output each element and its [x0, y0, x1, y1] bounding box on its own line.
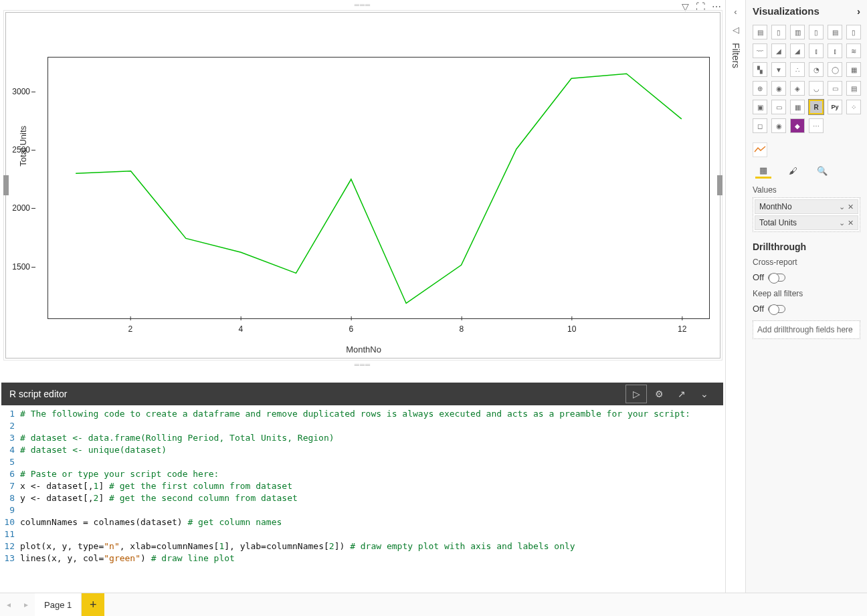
visualizations-panel: Visualizations › ▤ ▯ ▥ ▯ ▤ ▯ 〰 ◢ ◢ ⫿ ⫿ ≋…: [746, 0, 867, 593]
gauge-icon[interactable]: ◡: [809, 81, 824, 96]
report-canvas-area: ═══ ▽ ⛶ ⋯ Total Units MonthNo 1500200025…: [0, 0, 726, 593]
filters-label: Filters: [731, 43, 741, 68]
visualizations-title: Visualizations: [753, 5, 820, 17]
page-tab[interactable]: Page 1: [35, 593, 82, 617]
add-page-button[interactable]: +: [82, 593, 104, 617]
card-icon[interactable]: ▭: [828, 81, 842, 96]
bottom-grip[interactable]: ═══: [355, 361, 371, 369]
fields-tab[interactable]: ▦: [755, 164, 771, 179]
expand-filters-icon[interactable]: ‹: [734, 7, 737, 17]
kpi-icon[interactable]: ▣: [753, 100, 767, 114]
page-navigation-bar: ◂ ▸ Page 1 +: [0, 593, 867, 616]
pie-icon[interactable]: ◔: [809, 62, 824, 77]
ribbon-chart-icon[interactable]: ≋: [846, 43, 861, 58]
drillthrough-drop-area[interactable]: Add drillthrough fields here: [753, 320, 860, 339]
chevron-down-icon[interactable]: ⌄: [839, 203, 845, 211]
next-page-icon[interactable]: ▸: [17, 600, 35, 609]
line-stacked-column-icon[interactable]: ⫿: [809, 43, 824, 58]
visualization-type-grid: ▤ ▯ ▥ ▯ ▤ ▯ 〰 ◢ ◢ ⫿ ⫿ ≋ ▚ ▼ ∴ ◔ ◯ ▦ ⊕ ◉ …: [753, 25, 860, 133]
drillthrough-header: Drillthrough: [753, 241, 860, 252]
popout-script-button[interactable]: ↗: [671, 385, 692, 403]
resize-handle-right[interactable]: [717, 175, 722, 195]
selected-visual-indicator: [753, 142, 860, 157]
qa-visual-icon[interactable]: ◉: [771, 118, 786, 133]
analytics-tab[interactable]: 🔍: [814, 164, 830, 179]
run-script-button[interactable]: ▷: [625, 385, 647, 403]
python-visual-icon[interactable]: Py: [828, 100, 842, 114]
slicer-icon[interactable]: ▭: [771, 100, 786, 114]
x-axis-label: MonthNo: [6, 344, 721, 354]
100pct-bar-icon[interactable]: ▤: [828, 25, 842, 39]
clustered-bar-icon[interactable]: ▥: [790, 25, 805, 39]
r-script-code-area[interactable]: 1# The following code to create a datafr…: [1, 405, 723, 585]
pane-tabs: ▦ 🖌 🔍: [753, 164, 860, 179]
field-pill-label: MonthNo: [759, 202, 792, 211]
r-visual-frame[interactable]: Total Units MonthNo 1500200025003000 246…: [5, 12, 720, 358]
top-grip[interactable]: ═══: [355, 1, 371, 9]
clustered-column-icon[interactable]: ▯: [809, 25, 824, 39]
decomposition-tree-icon[interactable]: ◻: [753, 118, 767, 133]
chart-plot-area: [47, 57, 710, 319]
stacked-column-icon[interactable]: ▯: [771, 25, 786, 39]
cross-report-label: Cross-report: [753, 258, 860, 267]
visual-header-toolbar: ▽ ⛶ ⋯: [682, 1, 721, 12]
toggle-state: Off: [753, 304, 764, 314]
table-icon[interactable]: ▦: [790, 100, 805, 114]
toggle-state: Off: [753, 272, 764, 282]
prev-page-icon[interactable]: ◂: [0, 600, 17, 609]
import-visual-icon[interactable]: ⋯: [809, 118, 824, 133]
values-section-label: Values: [753, 185, 860, 195]
line-clustered-column-icon[interactable]: ⫿: [828, 43, 842, 58]
eraser-icon[interactable]: ◁: [733, 25, 739, 35]
key-influencers-icon[interactable]: ⁘: [846, 100, 861, 114]
resize-handle-left[interactable]: [3, 175, 9, 195]
100pct-column-icon[interactable]: ▯: [846, 25, 861, 39]
script-options-button[interactable]: ⚙: [648, 385, 670, 403]
remove-field-icon[interactable]: ✕: [848, 219, 854, 227]
scatter-icon[interactable]: ∴: [790, 62, 805, 77]
line-chart-icon[interactable]: 〰: [753, 43, 767, 58]
keep-filters-label: Keep all filters: [753, 289, 860, 298]
area-chart-icon[interactable]: ◢: [771, 43, 786, 58]
field-pill-label: Total Units: [759, 218, 797, 227]
stacked-bar-icon[interactable]: ▤: [753, 25, 767, 39]
funnel-icon[interactable]: ▼: [771, 62, 786, 77]
r-script-editor-header: R script editor ▷ ⚙ ↗ ⌄: [1, 383, 723, 405]
waterfall-icon[interactable]: ▚: [753, 62, 767, 77]
script-editor-title: R script editor: [9, 389, 625, 399]
line-series: [48, 58, 709, 318]
format-tab[interactable]: 🖌: [785, 164, 801, 179]
filled-map-icon[interactable]: ◉: [771, 81, 786, 96]
collapse-viz-panel-icon[interactable]: ›: [857, 5, 860, 17]
map-icon[interactable]: ⊕: [753, 81, 767, 96]
shape-map-icon[interactable]: ◈: [790, 81, 805, 96]
cross-report-toggle[interactable]: Off: [753, 272, 785, 282]
filters-collapsed-rail[interactable]: ‹ ◁ Filters: [726, 0, 746, 593]
field-pill-monthno[interactable]: MonthNo ⌄✕: [755, 199, 858, 214]
line-mini-icon: [753, 142, 767, 157]
values-field-well[interactable]: MonthNo ⌄✕ Total Units ⌄✕: [753, 197, 860, 232]
keep-filters-toggle[interactable]: Off: [753, 304, 785, 314]
remove-field-icon[interactable]: ✕: [848, 203, 854, 211]
stacked-area-icon[interactable]: ◢: [790, 43, 805, 58]
r-visual-icon[interactable]: R: [809, 100, 824, 114]
donut-icon[interactable]: ◯: [828, 62, 842, 77]
collapse-script-button[interactable]: ⌄: [694, 385, 715, 403]
filter-icon[interactable]: ▽: [682, 1, 689, 12]
power-apps-icon[interactable]: ◆: [790, 118, 805, 133]
focus-mode-icon[interactable]: ⛶: [696, 1, 705, 12]
multi-row-card-icon[interactable]: ▤: [846, 81, 861, 96]
field-pill-totalunits[interactable]: Total Units ⌄✕: [755, 215, 858, 230]
treemap-icon[interactable]: ▦: [846, 62, 861, 77]
chevron-down-icon[interactable]: ⌄: [839, 219, 845, 227]
more-options-icon[interactable]: ⋯: [712, 1, 721, 12]
